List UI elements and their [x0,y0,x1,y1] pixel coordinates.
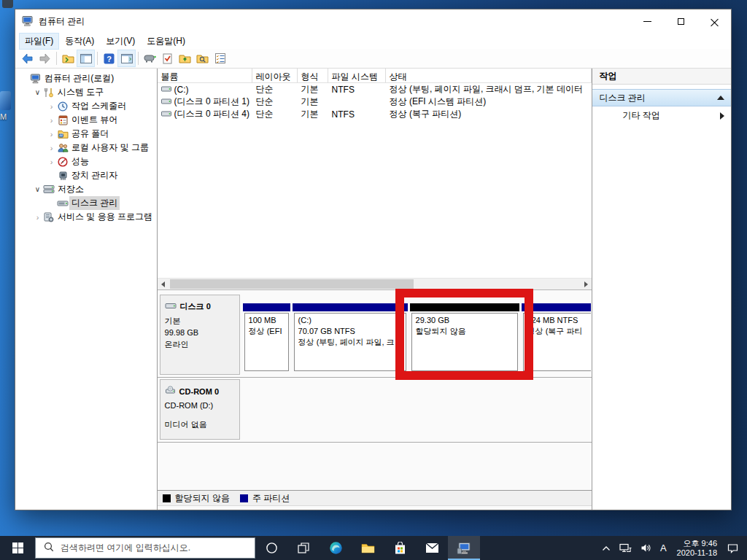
menu-file[interactable]: 파일(F) [20,34,58,49]
console-tree-toggle-button[interactable] [77,50,94,66]
volume-type: 기본 [298,108,328,120]
actions-item-more[interactable]: 기타 작업 [592,106,731,125]
tree-item-event-viewer[interactable]: › 이벤트 뷰어 [15,113,157,127]
partition-c[interactable]: (C:) 70.07 GB NTFS 정상 (부팅, 페이지 파일, 크 [293,303,408,371]
open-folder-button[interactable] [177,50,193,66]
partition-color-bar [243,303,290,311]
volume-layout: 단순 [252,96,298,108]
cdrom-row: CD-ROM 0 CD-ROM (D:) 미디어 없음 [158,378,592,443]
file-explorer-icon [361,542,375,554]
volume-icon [161,97,171,107]
volume-status: 정상 (부팅, 페이지 파일, 크래시 덤프, 기본 데이터 [386,83,592,96]
tree-item-system-tools[interactable]: ∨ 시스템 도구 [15,85,157,99]
volume-row-partition1[interactable]: (디스크 0 파티션 1) 단순 기본 정상 (EFI 시스템 파티션) [158,96,592,108]
system-tray: A 오후 9:46 2020-11-18 [597,536,747,560]
expander[interactable]: › [47,102,56,111]
disk-icon [56,199,69,208]
column-layout[interactable]: 레이아웃 [252,69,298,82]
tree-item-services-applications[interactable]: › 서비스 및 응용 프로그램 [15,210,157,224]
edge-button[interactable] [320,536,352,560]
cdrom-media: 미디어 없음 [165,419,235,430]
partition-size: 100 MB [249,315,285,326]
tree-item-computer-management[interactable]: 컴퓨터 관리(로컬) [15,71,157,85]
desktop-icon-partial[interactable] [2,0,13,8]
volume-type: 기본 [298,83,328,96]
tree-item-disk-management[interactable]: 디스크 관리 [15,196,157,210]
menu-view[interactable]: 보기(V) [101,34,140,49]
volume-row-partition4[interactable]: (디스크 0 파티션 4) 단순 기본 NTFS 정상 (복구 파티션) [158,108,592,120]
tree-label: 성능 [69,155,91,168]
help-icon: ? [104,53,115,64]
cdrom-name: CD-ROM 0 [179,387,219,396]
volume-row-c[interactable]: (C:) 단순 기본 NTFS 정상 (부팅, 페이지 파일, 크래시 덤프, … [158,83,592,96]
cdrom-header[interactable]: CD-ROM 0 CD-ROM (D:) 미디어 없음 [160,379,240,440]
ime-indicator[interactable]: A [656,536,671,560]
computer-management-taskbar-button[interactable] [448,536,480,560]
check-volume-button[interactable] [159,50,176,66]
tree-item-device-manager[interactable]: 장치 관리자 [15,168,157,182]
tree-item-local-users-groups[interactable]: › 로컬 사용자 및 그룹 [15,141,157,155]
menu-action[interactable]: 동작(A) [60,34,99,49]
tree-item-storage[interactable]: ∨ 저장소 [15,182,157,196]
column-file-system[interactable]: 파일 시스템 [328,69,386,82]
action-pane-toggle-button[interactable] [118,50,135,66]
disk0-status: 온라인 [165,338,235,350]
tree-label: 서비스 및 응용 프로그램 [55,210,155,224]
volume-button[interactable] [636,536,656,560]
expander[interactable]: ∨ [33,185,42,193]
expander[interactable]: › [47,130,56,139]
desktop-icon-m[interactable]: M [0,91,12,125]
tree-item-shared-folders[interactable]: › 22 공유 폴더 [15,127,157,141]
tray-overflow-button[interactable] [597,536,615,560]
tools-icon [42,88,55,98]
expander[interactable]: › [47,158,56,166]
tree-item-performance[interactable]: › 성능 [15,155,157,168]
minimize-button[interactable] [630,9,664,33]
microsoft-store-button[interactable] [384,536,416,560]
actions-group-disk-management[interactable]: 디스크 관리 [592,89,731,106]
collapse-icon[interactable] [717,96,724,100]
taskbar-search-input[interactable]: 검색하려면 여기에 입력하십시오. [35,537,255,559]
notification-icon [727,543,738,553]
scroll-right-button[interactable] [580,279,592,289]
taskbar-clock[interactable]: 오후 9:46 2020-11-18 [671,539,723,558]
disk0-size: 99.98 GB [165,327,235,338]
scroll-left-button[interactable] [158,279,169,289]
forward-button[interactable] [36,50,53,66]
tree-item-task-scheduler[interactable]: › 작업 스케줄러 [15,99,157,113]
volume-fs: NTFS [328,109,386,120]
expander[interactable]: › [47,116,56,125]
mail-button[interactable] [416,536,448,560]
partition-efi[interactable]: 100 MB 정상 (EFI [243,303,290,371]
device-manager-icon [56,171,69,181]
scrollbar-thumb[interactable] [170,279,414,289]
device-view-button[interactable] [142,50,158,66]
computer-management-icon [22,15,34,27]
find-button[interactable] [194,50,211,66]
menu-help[interactable]: 도움말(H) [142,34,190,49]
network-button[interactable] [615,536,636,560]
properties-button[interactable] [212,50,228,66]
column-volume[interactable]: 볼륨 [158,69,252,82]
start-button[interactable] [0,536,35,560]
column-type[interactable]: 형식 [298,69,328,82]
cdrom-icon [165,386,176,397]
expander[interactable]: › [47,144,56,152]
help-button[interactable]: ? [101,50,117,66]
title-bar[interactable]: 컴퓨터 관리 [15,9,731,33]
back-button[interactable] [19,50,36,66]
export-list-button[interactable] [60,50,77,66]
disk0-header[interactable]: 디스크 0 기본 99.98 GB 온라인 [160,295,240,375]
expander[interactable]: ∨ [33,88,42,96]
folder-icon [62,53,74,63]
folder-up-icon [179,53,191,63]
action-center-button[interactable] [723,536,743,560]
cortana-button[interactable] [255,536,287,560]
expander[interactable]: › [33,213,42,222]
task-view-button[interactable] [287,536,320,560]
maximize-button[interactable] [664,9,697,33]
horizontal-scrollbar[interactable] [158,278,592,289]
file-explorer-button[interactable] [352,536,384,560]
close-button[interactable] [697,9,731,33]
column-status[interactable]: 상태 [386,69,592,82]
